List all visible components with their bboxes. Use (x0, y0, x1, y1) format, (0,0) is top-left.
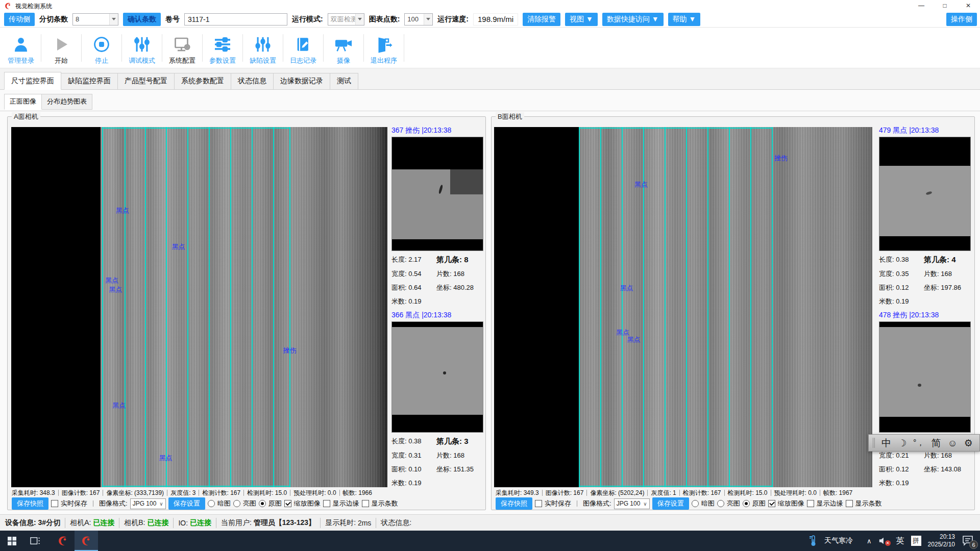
save-settings-button[interactable]: 保存设置 (652, 497, 689, 510)
capture-button[interactable]: 摄像 (326, 31, 361, 65)
run-mode-select[interactable]: 双面检测 (328, 13, 364, 26)
zoom-image-checkbox[interactable] (768, 500, 775, 507)
sliders-vertical-icon (133, 33, 151, 54)
speed-label: 运行速度: (437, 15, 469, 24)
camera-a-image: 黑点 黑点 黑点 黑点 挫伤 黑点 黑点 (11, 127, 387, 487)
show-strips-checkbox[interactable] (846, 500, 853, 507)
tab-defect-monitor[interactable]: 缺陷监控界面 (61, 73, 118, 90)
help-menu-button[interactable]: 帮助 ▼ (668, 13, 701, 26)
chevron-up-icon[interactable]: ∧ (867, 537, 872, 545)
ime-indicator[interactable]: 拼 (911, 536, 921, 546)
defect-annotation: 黑点 (109, 285, 122, 294)
exit-program-button[interactable]: 退出程序 (366, 31, 402, 65)
image-format-select[interactable]: JPG 100∨ (130, 498, 166, 509)
language-indicator[interactable]: 英 (896, 536, 904, 546)
tab-edge-data-record[interactable]: 边缘数据记录 (273, 73, 330, 90)
time: 20:13 (940, 533, 955, 540)
debug-mode-button[interactable]: 调试模式 (124, 31, 160, 65)
chart-points-label: 图表点数: (369, 15, 400, 24)
tab-test[interactable]: 测试 (330, 73, 358, 90)
show-edges-checkbox[interactable] (807, 500, 814, 507)
log-record-button[interactable]: 日志记录 (285, 31, 321, 65)
strip-region (579, 127, 872, 487)
original-image-radio[interactable] (743, 500, 750, 507)
start-button[interactable] (0, 531, 23, 551)
drag-handle[interactable] (873, 438, 875, 448)
drive-side-button[interactable]: 传动侧 (4, 13, 35, 26)
tab-front-image[interactable]: 正面图像 (4, 94, 42, 110)
pinned-app-task-view[interactable] (23, 531, 47, 551)
close-button[interactable]: ✕ (957, 0, 980, 11)
device-info-value: 3#分切 (38, 518, 61, 528)
defect-stats: 长度: 2.17 第几条: 8 宽度: 0.54 片数: 168 面积: 0.6… (391, 255, 484, 306)
strip-boundary-line (230, 127, 231, 487)
operator-side-button[interactable]: 操作侧 (946, 13, 977, 26)
running-app-vision-system[interactable] (75, 531, 98, 551)
confirm-count-button[interactable]: 确认条数 (123, 13, 161, 26)
original-image-radio[interactable] (259, 500, 266, 507)
strip-boundary-line (600, 127, 601, 487)
realtime-save-checkbox[interactable] (535, 500, 542, 507)
dark-image-radio[interactable] (208, 500, 215, 507)
clear-alarm-button[interactable]: 清除报警 (523, 13, 560, 26)
separator (41, 34, 41, 62)
roll-no-input[interactable]: 3117-1 (184, 13, 287, 26)
defect-card: 478 挫伤 |20:13:38 长度: 0.57 第几条: 3 宽度: 0.2… (879, 311, 972, 488)
chevron-down-icon[interactable] (424, 14, 432, 25)
bright-image-radio[interactable] (717, 500, 724, 507)
camera-b-title: B面相机 (496, 112, 524, 121)
zoom-image-checkbox[interactable] (284, 500, 291, 507)
image-format-select[interactable]: JPG 100∨ (614, 498, 650, 509)
defect-annotation: 黑点 (627, 335, 641, 344)
separator (121, 34, 122, 62)
simplified-chinese-icon[interactable]: 简 (931, 438, 941, 448)
save-snapshot-button[interactable]: 保存快照 (12, 497, 48, 510)
chart-points-select[interactable]: 100 (404, 13, 433, 26)
clock[interactable]: 20:13 2025/2/10 (928, 533, 955, 548)
punctuation-icon[interactable]: °， (913, 439, 924, 447)
tab-product-model-config[interactable]: 产品型号配置 (117, 73, 175, 90)
defect-settings-button[interactable]: 缺陷设置 (245, 31, 281, 65)
monitor-gear-icon (173, 33, 191, 54)
top-toolbar: 传动侧 分切条数 8 确认条数 卷号 3117-1 运行模式: 双面检测 图表点… (0, 11, 980, 28)
title-bar: 视觉检测系统 — □ ✕ (0, 0, 980, 11)
slit-count-select[interactable]: 8 (72, 13, 118, 26)
param-settings-button[interactable]: 参数设置 (205, 31, 240, 65)
thermometer-icon (808, 535, 818, 546)
data-quick-access-menu-button[interactable]: 数据快捷访问 ▼ (602, 13, 664, 26)
tab-distribution-trend-chart[interactable]: 分布趋势图表 (41, 94, 92, 110)
ime-mode-chinese[interactable]: 中 (881, 438, 891, 448)
show-edges-checkbox[interactable] (323, 500, 330, 507)
tab-system-param-config[interactable]: 系统参数配置 (174, 73, 231, 90)
moon-icon[interactable]: ☽ (898, 438, 906, 448)
system-config-button[interactable]: 系统配置 (164, 31, 200, 65)
defect-annotation: 黑点 (620, 284, 633, 293)
show-strips-checkbox[interactable] (362, 500, 369, 507)
bright-image-radio[interactable] (233, 500, 240, 507)
weather-status[interactable]: 天气寒冷 (824, 536, 853, 545)
save-snapshot-button[interactable]: 保存快照 (496, 497, 532, 510)
emoji-icon[interactable]: ☺ (947, 438, 957, 448)
dark-image-radio[interactable] (692, 500, 699, 507)
chevron-down-icon[interactable] (355, 14, 364, 25)
defect-mark (438, 185, 443, 194)
maximize-button[interactable]: □ (933, 0, 957, 11)
volume-muted-icon[interactable]: ✕ (878, 536, 890, 545)
chevron-down-icon[interactable] (109, 14, 118, 25)
camera-b-conn-label: 相机B: (124, 518, 145, 528)
action-center-button[interactable]: 6 (962, 534, 975, 547)
admin-login-button[interactable]: 管理登录 (3, 31, 39, 65)
minimize-button[interactable]: — (910, 0, 933, 11)
save-settings-button[interactable]: 保存设置 (168, 497, 205, 510)
gear-icon[interactable]: ⚙ (964, 438, 973, 448)
tab-status-info[interactable]: 状态信息 (231, 73, 274, 90)
defect-mark (918, 384, 921, 387)
strip-boundary-line (729, 127, 730, 487)
stop-button[interactable]: 停止 (84, 31, 119, 65)
realtime-save-checkbox[interactable] (51, 500, 58, 507)
pinned-app-vision-system[interactable] (51, 531, 75, 551)
status-info-label: 状态信息: (381, 518, 411, 528)
start-button[interactable]: 开始 (43, 31, 79, 65)
view-menu-button[interactable]: 视图 ▼ (565, 13, 598, 26)
tab-size-monitor[interactable]: 尺寸监控界面 (4, 72, 61, 90)
